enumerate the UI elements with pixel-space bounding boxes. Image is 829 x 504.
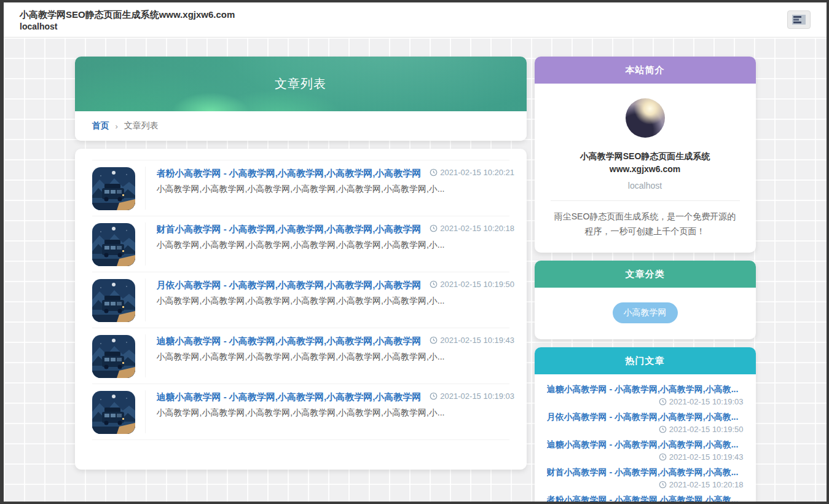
- night-van-illustration: [92, 391, 135, 434]
- night-van-illustration: [92, 335, 135, 378]
- about-card: 本站简介 小高教学网SEO静态页面生成系统www.xgjxw6.com loca…: [535, 57, 756, 253]
- article-content: 财首小高教学网 - 小高教学网,小高教学网,小高教学网,小高教学网 2021-0…: [145, 222, 515, 266]
- hot-article-title-link[interactable]: 迪糖小高教学网 - 小高教学网,小高教学网,小高教...: [547, 384, 744, 395]
- divider: [551, 200, 740, 201]
- article-row[interactable]: 财首小高教学网 - 小高教学网,小高教学网,小高教学网,小高教学网 2021-0…: [92, 216, 509, 272]
- article-description: 小高教学网,小高教学网,小高教学网,小高教学网,小高教学网,小高教学网,小...: [157, 352, 515, 363]
- article-content: 迪糖小高教学网 - 小高教学网,小高教学网,小高教学网,小高教学网 2021-0…: [145, 390, 515, 433]
- article-title-link[interactable]: 月依小高教学网 - 小高教学网,小高教学网,小高教学网,小高教学网: [157, 280, 422, 291]
- article-timestamp: 2021-02-15 10:19:50: [430, 280, 514, 289]
- clock-icon: [430, 280, 438, 288]
- hot-article-title-link[interactable]: 迪糖小高教学网 - 小高教学网,小高教学网,小高教...: [547, 439, 744, 451]
- article-thumbnail[interactable]: [92, 279, 135, 322]
- categories-card-header: 文章分类: [535, 261, 756, 288]
- clock-icon: [430, 336, 438, 344]
- article-list-card: 者粉小高教学网 - 小高教学网,小高教学网,小高教学网,小高教学网 2021-0…: [75, 149, 527, 470]
- article-description: 小高教学网,小高教学网,小高教学网,小高教学网,小高教学网,小高教学网,小...: [157, 408, 515, 419]
- thumbnail-menu-icon: [792, 15, 806, 25]
- hot-article-timestamp: 2021-02-15 10:19:50: [547, 425, 744, 434]
- banner-card: 文章列表 首页 › 文章列表: [75, 57, 527, 141]
- article-row[interactable]: 月依小高教学网 - 小高教学网,小高教学网,小高教学网,小高教学网 2021-0…: [92, 272, 509, 328]
- breadcrumb-home-link[interactable]: 首页: [92, 120, 109, 132]
- clock-icon: [659, 398, 667, 406]
- article-timestamp: 2021-02-15 10:19:43: [430, 336, 514, 345]
- clock-icon: [430, 392, 438, 400]
- article-content: 迪糖小高教学网 - 小高教学网,小高教学网,小高教学网,小高教学网 2021-0…: [145, 334, 515, 377]
- page-frame: 小高教学网SEO静态页面生成系统www.xgjxw6.com localhost…: [0, 0, 829, 504]
- article-description: 小高教学网,小高教学网,小高教学网,小高教学网,小高教学网,小高教学网,小...: [157, 184, 515, 195]
- hot-article-item[interactable]: 迪糖小高教学网 - 小高教学网,小高教学网,小高教... 2021-02-15 …: [547, 384, 744, 406]
- categories-card: 文章分类 小高教学网: [535, 261, 756, 339]
- clock-icon: [430, 224, 438, 232]
- about-site-title: 小高教学网SEO静态页面生成系统www.xgjxw6.com: [551, 150, 740, 176]
- article-row[interactable]: 者粉小高教学网 - 小高教学网,小高教学网,小高教学网,小高教学网 2021-0…: [92, 160, 509, 216]
- article-title-link[interactable]: 迪糖小高教学网 - 小高教学网,小高教学网,小高教学网,小高教学网: [157, 336, 422, 347]
- article-row[interactable]: 迪糖小高教学网 - 小高教学网,小高教学网,小高教学网,小高教学网 2021-0…: [92, 384, 509, 440]
- site-header: 小高教学网SEO静态页面生成系统www.xgjxw6.com localhost: [4, 2, 827, 37]
- article-timestamp: 2021-02-15 10:20:18: [430, 224, 514, 233]
- site-header-text: 小高教学网SEO静态页面生成系统www.xgjxw6.com localhost: [20, 9, 235, 32]
- site-title: 小高教学网SEO静态页面生成系统www.xgjxw6.com: [20, 9, 235, 21]
- about-card-header: 本站简介: [535, 57, 756, 84]
- hot-article-title-link[interactable]: 者粉小高教学网 - 小高教学网,小高教学网,小高教...: [547, 495, 744, 502]
- article-title-link[interactable]: 财首小高教学网 - 小高教学网,小高教学网,小高教学网,小高教学网: [157, 224, 422, 235]
- clock-icon: [659, 481, 667, 489]
- categories-card-body: 小高教学网: [535, 288, 756, 339]
- site-subtitle: localhost: [20, 21, 235, 32]
- banner-title: 文章列表: [275, 76, 326, 92]
- header-menu-button[interactable]: [787, 10, 811, 29]
- clock-icon: [659, 453, 667, 461]
- night-van-illustration: [92, 279, 135, 322]
- article-timestamp: 2021-02-15 10:19:03: [430, 392, 514, 401]
- hot-article-timestamp: 2021-02-15 10:20:18: [547, 480, 744, 489]
- article-title-link[interactable]: 迪糖小高教学网 - 小高教学网,小高教学网,小高教学网,小高教学网: [157, 392, 422, 403]
- hot-article-item[interactable]: 财首小高教学网 - 小高教学网,小高教学网,小高教... 2021-02-15 …: [547, 467, 744, 489]
- night-van-illustration: [92, 167, 135, 210]
- about-card-body: 小高教学网SEO静态页面生成系统www.xgjxw6.com localhost…: [535, 84, 756, 253]
- page-background: 文章列表 首页 › 文章列表: [4, 37, 827, 502]
- breadcrumb: 首页 › 文章列表: [75, 111, 527, 141]
- hot-article-item[interactable]: 迪糖小高教学网 - 小高教学网,小高教学网,小高教... 2021-02-15 …: [547, 439, 744, 462]
- article-thumbnail[interactable]: [92, 223, 135, 266]
- clock-icon: [659, 425, 667, 433]
- article-thumbnail[interactable]: [92, 167, 135, 210]
- sidebar: 本站简介 小高教学网SEO静态页面生成系统www.xgjxw6.com loca…: [535, 57, 756, 502]
- hot-list: 迪糖小高教学网 - 小高教学网,小高教学网,小高教... 2021-02-15 …: [535, 374, 756, 502]
- article-content: 者粉小高教学网 - 小高教学网,小高教学网,小高教学网,小高教学网 2021-0…: [145, 167, 515, 210]
- hot-articles-card-header: 热门文章: [535, 347, 756, 374]
- main-column: 文章列表 首页 › 文章列表: [75, 57, 527, 470]
- article-description: 小高教学网,小高教学网,小高教学网,小高教学网,小高教学网,小高教学网,小...: [157, 240, 515, 251]
- about-site-subtitle: localhost: [551, 181, 740, 191]
- category-tag[interactable]: 小高教学网: [613, 302, 678, 323]
- hot-article-item[interactable]: 者粉小高教学网 - 小高教学网,小高教学网,小高教... 2021-02-15 …: [547, 495, 744, 502]
- hot-article-timestamp: 2021-02-15 10:19:03: [547, 397, 744, 406]
- article-timestamp: 2021-02-15 10:20:21: [430, 168, 514, 177]
- about-description: 雨尘SEO静态页面生成系统，是一个免费开源的程序，一秒可创建上千个页面！: [551, 210, 740, 239]
- clock-icon: [430, 168, 438, 176]
- hot-article-timestamp: 2021-02-15 10:19:43: [547, 452, 744, 462]
- article-list-body: 者粉小高教学网 - 小高教学网,小高教学网,小高教学网,小高教学网 2021-0…: [92, 160, 509, 440]
- breadcrumb-separator-icon: ›: [116, 122, 118, 131]
- article-thumbnail[interactable]: [92, 335, 135, 378]
- breadcrumb-current: 文章列表: [124, 120, 159, 132]
- hot-article-title-link[interactable]: 月依小高教学网 - 小高教学网,小高教学网,小高教...: [547, 412, 744, 423]
- banner: 文章列表: [75, 57, 527, 111]
- night-van-illustration: [92, 223, 135, 266]
- article-description: 小高教学网,小高教学网,小高教学网,小高教学网,小高教学网,小高教学网,小...: [157, 296, 515, 307]
- hot-article-item[interactable]: 月依小高教学网 - 小高教学网,小高教学网,小高教... 2021-02-15 …: [547, 412, 744, 434]
- article-thumbnail[interactable]: [92, 391, 135, 434]
- article-content: 月依小高教学网 - 小高教学网,小高教学网,小高教学网,小高教学网 2021-0…: [145, 278, 515, 321]
- hot-articles-card: 热门文章 迪糖小高教学网 - 小高教学网,小高教学网,小高教... 2021-0…: [535, 347, 756, 502]
- article-row[interactable]: 迪糖小高教学网 - 小高教学网,小高教学网,小高教学网,小高教学网 2021-0…: [92, 328, 509, 384]
- hot-article-title-link[interactable]: 财首小高教学网 - 小高教学网,小高教学网,小高教...: [547, 467, 744, 478]
- avatar: [626, 98, 665, 138]
- article-title-link[interactable]: 者粉小高教学网 - 小高教学网,小高教学网,小高教学网,小高教学网: [157, 168, 422, 179]
